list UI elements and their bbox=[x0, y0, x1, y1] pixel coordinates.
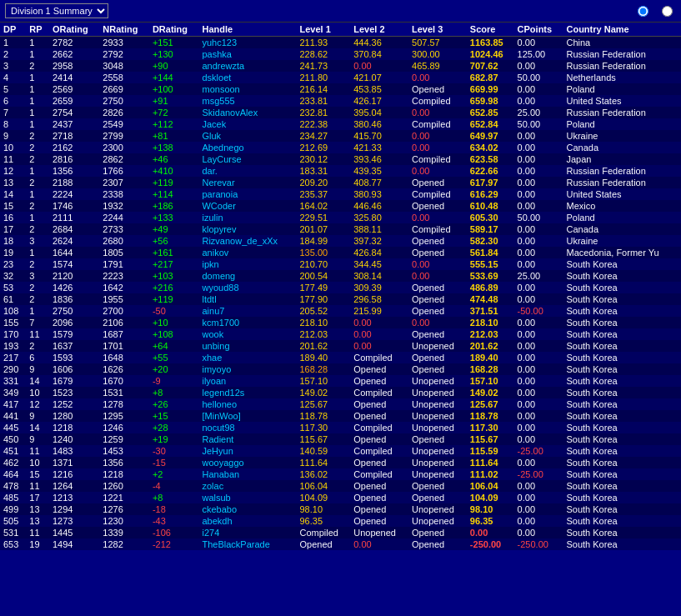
table-cell[interactable]: helloneo bbox=[198, 398, 296, 410]
handle-link[interactable]: JeHyun bbox=[202, 446, 233, 456]
handle-link[interactable]: SkidanovAlex bbox=[202, 108, 258, 118]
table-cell[interactable]: ilyoan bbox=[198, 375, 296, 387]
handle-link[interactable]: anikov bbox=[202, 248, 228, 258]
table-cell[interactable]: Rizvanow_de_xXx bbox=[198, 235, 296, 247]
handle-link[interactable]: walsub bbox=[202, 493, 230, 503]
handle-link[interactable]: dskloet bbox=[202, 73, 231, 83]
table-cell[interactable]: TheBlackParade bbox=[198, 538, 296, 550]
table-cell: 0.00 bbox=[408, 130, 467, 142]
table-cell[interactable]: imyoyo bbox=[198, 363, 296, 375]
table-cell[interactable]: Hanaban bbox=[198, 468, 296, 480]
handle-link[interactable]: paranoia bbox=[202, 189, 238, 199]
handle-link[interactable]: domeng bbox=[202, 271, 235, 281]
handle-link[interactable]: helloneo bbox=[202, 399, 237, 409]
table-cell[interactable]: ipkn bbox=[198, 258, 296, 270]
table-cell: +91 bbox=[149, 95, 199, 107]
handle-link[interactable]: Gluk bbox=[202, 131, 221, 141]
handle-link[interactable]: ckebabo bbox=[202, 504, 237, 514]
handle-link[interactable]: LayCurse bbox=[202, 154, 241, 164]
table-cell[interactable]: dskloet bbox=[198, 72, 296, 83]
handle-link[interactable]: msg555 bbox=[202, 96, 234, 106]
table-cell[interactable]: dar. bbox=[198, 165, 296, 177]
handle-link[interactable]: Jacek bbox=[202, 119, 226, 129]
table-cell[interactable]: nocut98 bbox=[198, 422, 296, 433]
table-cell[interactable]: ainu7 bbox=[198, 305, 296, 317]
table-cell[interactable]: izulin bbox=[198, 212, 296, 223]
handle-link[interactable]: ilyoan bbox=[202, 376, 226, 386]
points-radio-group[interactable] bbox=[638, 6, 652, 17]
handle-link[interactable]: WCoder bbox=[202, 201, 235, 211]
table-cell[interactable]: wyoud88 bbox=[198, 282, 296, 293]
table-cell[interactable]: ckebabo bbox=[198, 503, 296, 515]
handle-link[interactable]: klopyrev bbox=[202, 224, 236, 234]
handle-link[interactable]: xhae bbox=[202, 353, 222, 363]
table-cell[interactable]: Gluk bbox=[198, 130, 296, 142]
handle-link[interactable]: Nerevar bbox=[202, 178, 234, 188]
table-cell[interactable]: paranoia bbox=[198, 188, 296, 200]
table-cell[interactable]: andrewzta bbox=[198, 60, 296, 72]
table-cell[interactable]: zolac bbox=[198, 480, 296, 492]
table-cell[interactable]: Jacek bbox=[198, 118, 296, 130]
table-cell[interactable]: walsub bbox=[198, 492, 296, 503]
handle-link[interactable]: pashka bbox=[202, 49, 231, 59]
table-cell: +19 bbox=[149, 433, 199, 445]
table-cell[interactable]: legend12s bbox=[198, 387, 296, 398]
table-cell[interactable]: msg555 bbox=[198, 95, 296, 107]
table-cell[interactable]: pashka bbox=[198, 48, 296, 60]
handle-link[interactable]: i274 bbox=[202, 528, 219, 538]
table-cell[interactable]: domeng bbox=[198, 270, 296, 282]
handle-link[interactable]: TheBlackParade bbox=[202, 539, 269, 549]
handle-link[interactable]: zolac bbox=[202, 481, 223, 491]
table-cell[interactable]: unbing bbox=[198, 340, 296, 352]
handle-link[interactable]: wyoud88 bbox=[202, 283, 238, 293]
handle-link[interactable]: abekdh bbox=[202, 516, 232, 526]
handle-link[interactable]: monsoon bbox=[202, 84, 239, 94]
table-cell[interactable]: abekdh bbox=[198, 515, 296, 527]
table-cell[interactable]: anikov bbox=[198, 247, 296, 258]
table-cell[interactable]: ltdtl bbox=[198, 293, 296, 305]
handle-link[interactable]: Abednego bbox=[202, 143, 243, 153]
handle-link[interactable]: ainu7 bbox=[202, 306, 224, 316]
table-cell: 164.02 bbox=[297, 200, 351, 212]
handle-link[interactable]: yuhc123 bbox=[202, 38, 237, 48]
table-cell[interactable]: yuhc123 bbox=[198, 37, 296, 49]
handle-link[interactable]: ipkn bbox=[202, 259, 218, 269]
table-cell[interactable]: Nerevar bbox=[198, 177, 296, 188]
table-cell[interactable]: wook bbox=[198, 328, 296, 340]
handle-link[interactable]: wooyaggo bbox=[202, 458, 243, 468]
handle-link[interactable]: nocut98 bbox=[202, 423, 234, 433]
handle-link[interactable]: Radient bbox=[202, 434, 233, 444]
handle-link[interactable]: wook bbox=[202, 329, 223, 339]
table-cell[interactable]: kcm1700 bbox=[198, 317, 296, 328]
table-cell[interactable]: JeHyun bbox=[198, 445, 296, 457]
status-radio-group[interactable] bbox=[662, 6, 676, 17]
table-cell: 426.17 bbox=[350, 95, 408, 107]
table-cell: 1531 bbox=[99, 387, 149, 398]
table-cell[interactable]: [MinWoo] bbox=[198, 410, 296, 422]
handle-link[interactable]: Hanaban bbox=[202, 469, 239, 479]
handle-link[interactable]: izulin bbox=[202, 213, 223, 223]
handle-link[interactable]: Rizvanow_de_xXx bbox=[202, 236, 278, 246]
handle-link[interactable]: andrewzta bbox=[202, 61, 244, 71]
handle-link[interactable]: legend12s bbox=[202, 388, 244, 398]
handle-link[interactable]: dar. bbox=[202, 166, 217, 176]
division-select[interactable]: Division 1 Summary bbox=[5, 3, 108, 18]
handle-link[interactable]: imyoyo bbox=[202, 364, 231, 374]
table-cell[interactable]: Radient bbox=[198, 433, 296, 445]
table-cell[interactable]: xhae bbox=[198, 352, 296, 363]
table-cell[interactable]: WCoder bbox=[198, 200, 296, 212]
table-cell[interactable]: i274 bbox=[198, 527, 296, 538]
table-cell[interactable]: SkidanovAlex bbox=[198, 107, 296, 118]
handle-link[interactable]: kcm1700 bbox=[202, 318, 239, 328]
table-cell[interactable]: Abednego bbox=[198, 142, 296, 153]
table-cell: 2414 bbox=[49, 72, 99, 83]
status-radio[interactable] bbox=[662, 6, 673, 17]
table-cell[interactable]: monsoon bbox=[198, 83, 296, 95]
table-cell[interactable]: klopyrev bbox=[198, 223, 296, 235]
handle-link[interactable]: [MinWoo] bbox=[202, 411, 240, 421]
table-cell[interactable]: wooyaggo bbox=[198, 457, 296, 468]
points-radio[interactable] bbox=[638, 6, 648, 17]
handle-link[interactable]: ltdtl bbox=[202, 294, 216, 304]
handle-link[interactable]: unbing bbox=[202, 341, 229, 351]
table-cell[interactable]: LayCurse bbox=[198, 153, 296, 165]
